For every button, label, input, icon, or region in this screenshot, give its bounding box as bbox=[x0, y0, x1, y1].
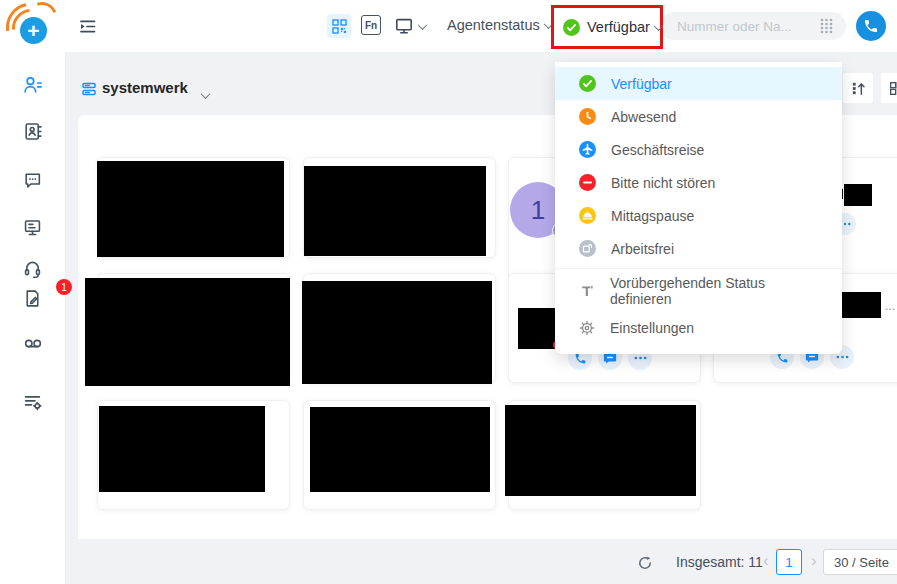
status-menu-item-geschaeftsreise[interactable]: Geschäftsreise bbox=[555, 133, 842, 166]
notification-badge: 1 bbox=[56, 279, 72, 295]
page-size-select[interactable]: 30 / Seite bbox=[823, 549, 897, 575]
current-page-button[interactable]: 1 bbox=[776, 549, 802, 575]
status-menu-item-label: Verfügbar bbox=[611, 76, 672, 92]
group-title: systemwerk bbox=[102, 79, 188, 96]
gear-icon bbox=[579, 320, 595, 336]
agent-status-menu-trigger[interactable]: Agentenstatus bbox=[447, 17, 552, 33]
search-input[interactable] bbox=[660, 19, 812, 34]
app-logo[interactable]: + bbox=[9, 5, 57, 53]
chevron-down-icon bbox=[653, 21, 663, 31]
qr-code-icon bbox=[332, 19, 347, 34]
app-root: { "window": {"width": 897, "height": 584… bbox=[0, 0, 897, 584]
address-book-icon bbox=[22, 121, 43, 145]
headset-icon bbox=[22, 258, 43, 282]
qr-code-button[interactable] bbox=[327, 14, 351, 38]
top-header: Fn Agentenstatus Verfügbar bbox=[65, 0, 897, 53]
chat-bubble-icon bbox=[22, 169, 43, 193]
sidebar: + bbox=[0, 0, 66, 584]
fn-button[interactable]: Fn bbox=[361, 15, 381, 35]
page-size-label: 30 / Seite bbox=[834, 555, 889, 570]
redacted-content bbox=[505, 405, 696, 496]
status-menu-item-label: Bitte nicht stören bbox=[611, 175, 715, 191]
truncated-name-ellipsis: ... bbox=[885, 299, 895, 313]
refresh-icon[interactable] bbox=[637, 555, 653, 571]
status-menu-item-arbeitsfrei[interactable]: Arbeitsfrei bbox=[555, 232, 842, 265]
status-menu-item-label: Arbeitsfrei bbox=[611, 241, 674, 257]
sort-button[interactable] bbox=[843, 73, 873, 103]
chevron-down-icon bbox=[418, 20, 428, 30]
next-page-button[interactable]: › bbox=[811, 551, 817, 571]
call-button[interactable] bbox=[856, 11, 886, 41]
redacted-content bbox=[85, 278, 290, 386]
dialpad-icon[interactable] bbox=[820, 18, 833, 34]
redacted-content bbox=[302, 281, 492, 384]
menu-divider bbox=[555, 268, 842, 269]
avatar-label: 1 bbox=[531, 195, 545, 226]
temporary-status-icon bbox=[579, 283, 595, 299]
redacted-content bbox=[844, 184, 872, 206]
menu-item-einstellungen[interactable]: Einstellungen bbox=[555, 309, 842, 346]
menu-item-label: Einstellungen bbox=[610, 320, 694, 336]
plus-icon: + bbox=[20, 17, 47, 44]
agent-status-menu: Verfügbar Abwesend Geschäftsreise Bitte … bbox=[555, 62, 842, 354]
redacted-content bbox=[97, 161, 284, 257]
status-menu-item-verfuegbar[interactable]: Verfügbar bbox=[555, 67, 842, 100]
sidebar-item-voicemail[interactable] bbox=[0, 333, 65, 357]
sidebar-item-reports[interactable]: 1 bbox=[0, 288, 65, 312]
monitor-selector[interactable] bbox=[394, 16, 426, 36]
work-off-icon bbox=[579, 240, 596, 257]
check-circle-icon bbox=[579, 75, 596, 92]
status-menu-item-abwesend[interactable]: Abwesend bbox=[555, 100, 842, 133]
monitor-icon bbox=[394, 16, 414, 36]
menu-item-label: Vorübergehenden Status definieren bbox=[610, 275, 828, 307]
sidebar-item-agents[interactable] bbox=[0, 74, 65, 98]
lunch-icon bbox=[579, 207, 596, 224]
voicemail-icon bbox=[22, 333, 44, 357]
redacted-content bbox=[310, 407, 490, 492]
search-box bbox=[660, 12, 846, 40]
fn-icon: Fn bbox=[365, 20, 377, 31]
status-menu-item-bitte-nicht-stoeren[interactable]: Bitte nicht stören bbox=[555, 166, 842, 199]
total-count-label: Insgesamt: 11 bbox=[676, 554, 763, 570]
menu-item-temporary-status[interactable]: Vorübergehenden Status definieren bbox=[555, 272, 842, 309]
sort-ascending-icon bbox=[850, 80, 867, 97]
grid-view-icon bbox=[889, 81, 897, 96]
phone-icon bbox=[863, 18, 879, 34]
monitor-list-icon bbox=[22, 217, 43, 241]
minus-circle-icon bbox=[579, 174, 596, 191]
sidebar-item-wallboard[interactable] bbox=[0, 217, 65, 241]
current-status-chip[interactable]: Verfügbar bbox=[563, 19, 662, 36]
clock-icon bbox=[579, 108, 596, 125]
airplane-icon bbox=[579, 141, 596, 158]
status-menu-item-label: Abwesend bbox=[611, 109, 676, 125]
team-icon bbox=[22, 74, 43, 98]
group-selector[interactable] bbox=[197, 85, 209, 103]
sidebar-item-call-center[interactable] bbox=[0, 258, 65, 282]
status-menu-item-mittagspause[interactable]: Mittagspause bbox=[555, 199, 842, 232]
list-gear-icon bbox=[22, 391, 43, 415]
chevron-down-icon bbox=[201, 89, 211, 99]
group-icon bbox=[80, 80, 98, 98]
document-edit-icon: 1 bbox=[22, 288, 43, 312]
sidebar-item-chat[interactable] bbox=[0, 169, 65, 193]
check-circle-icon bbox=[563, 19, 580, 36]
annotation-highlight: Verfügbar bbox=[551, 5, 663, 49]
status-menu-item-label: Geschäftsreise bbox=[611, 142, 704, 158]
menu-fold-icon[interactable] bbox=[78, 17, 97, 36]
redacted-content bbox=[304, 166, 486, 256]
agent-status-label: Agentenstatus bbox=[447, 17, 540, 33]
sidebar-item-contacts[interactable] bbox=[0, 121, 65, 145]
status-menu-item-label: Mittagspause bbox=[611, 208, 694, 224]
prev-page-button[interactable]: ‹ bbox=[763, 551, 769, 571]
redacted-content bbox=[99, 406, 265, 492]
redacted-content bbox=[840, 292, 881, 318]
sidebar-item-queue-settings[interactable] bbox=[0, 391, 65, 415]
current-status-label: Verfügbar bbox=[587, 19, 650, 35]
view-button[interactable] bbox=[881, 73, 897, 103]
